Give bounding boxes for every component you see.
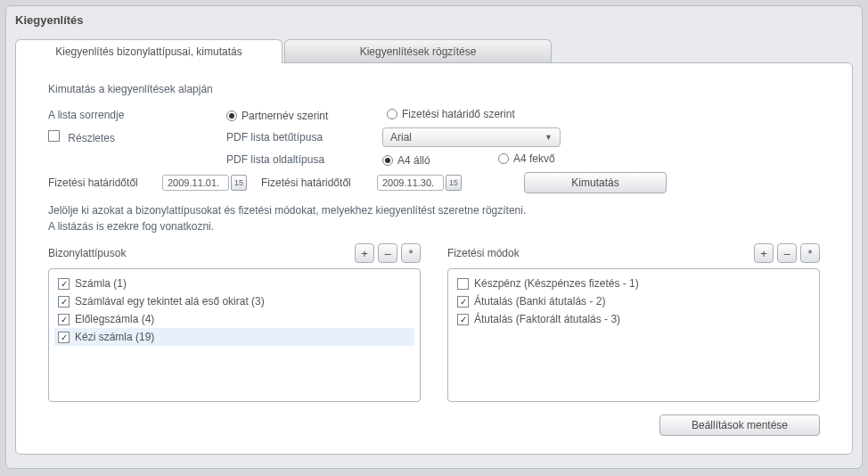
date-to-label: Fizetési határidőtől (261, 176, 377, 189)
checkbox[interactable] (457, 314, 469, 325)
list-item[interactable]: Készpénz (Készpénzes fizetés - 1) (454, 275, 814, 292)
all-button[interactable]: * (800, 243, 820, 263)
radio-icon (387, 109, 397, 119)
date-from-input[interactable]: 2009.11.01. (162, 175, 229, 191)
detailed-label: Részletes (68, 132, 115, 144)
detailed-checkbox[interactable] (48, 130, 60, 142)
radio-label: A4 fekvő (513, 152, 555, 165)
radio-by-partner[interactable]: Partnernév szerint (226, 110, 328, 122)
calendar-icon[interactable]: 15 (446, 175, 462, 191)
report-button[interactable]: Kimutatás (524, 172, 667, 193)
list-item[interactable]: Kézi számla (19) (54, 328, 414, 346)
list-item-label: Készpénz (Készpénzes fizetés - 1) (474, 277, 639, 290)
list-item-label: Számlával egy tekintet alá eső okirat (3… (75, 295, 265, 308)
tab-record[interactable]: Kiegyenlítések rögzítése (284, 39, 552, 63)
font-select-value: Arial (390, 131, 412, 144)
checkbox[interactable] (457, 296, 469, 308)
checkbox[interactable] (457, 278, 469, 290)
radio-by-due[interactable]: Fizetési határidő szerint (387, 108, 515, 120)
font-select[interactable]: Arial ▼ (382, 127, 561, 147)
pdf-font-label: PDF lista betűtípusa (226, 131, 382, 144)
pay-modes-label: Fizetési módok (447, 247, 520, 259)
radio-label: A4 álló (397, 154, 430, 167)
list-item[interactable]: Számlával egy tekintet alá eső okirat (3… (54, 292, 414, 310)
chevron-down-icon: ▼ (545, 133, 553, 142)
tab-body: Kimutatás a kiegyenlítések alapján A lis… (15, 62, 853, 455)
radio-label: Fizetési határidő szerint (402, 108, 515, 120)
radio-a4-landscape[interactable]: A4 fekvő (498, 152, 555, 165)
checkbox[interactable] (58, 314, 70, 325)
list-item-label: Kézi számla (19) (75, 331, 154, 343)
list-item[interactable]: Átutalás (Banki átutalás - 2) (454, 292, 814, 310)
radio-icon (382, 155, 393, 166)
tabs: Kiegyenlítés bizonylattípusai, kimutatás… (6, 39, 862, 63)
list-item-label: Előlegszámla (4) (75, 313, 154, 325)
list-item-label: Átutalás (Banki átutalás - 2) (474, 295, 605, 308)
pdf-page-label: PDF lista oldaltípusa (226, 153, 382, 166)
panel-title: Kiegyenlítés (6, 6, 862, 39)
checkbox[interactable] (58, 278, 70, 290)
list-item-label: Számla (1) (75, 277, 127, 290)
list-item-label: Átutalás (Faktorált átutalás - 3) (474, 313, 620, 325)
hint-line: Jelölje ki azokat a bizonylattípusokat é… (48, 202, 820, 218)
checkbox[interactable] (58, 296, 70, 308)
all-button[interactable]: * (401, 243, 421, 263)
list-item[interactable]: Számla (1) (54, 275, 414, 292)
add-button[interactable]: + (754, 243, 774, 263)
list-item[interactable]: Előlegszámla (4) (54, 310, 414, 328)
calendar-icon[interactable]: 15 (231, 175, 247, 191)
hint-line: A listázás is ezekre fog vonatkozni. (48, 218, 820, 234)
checkbox[interactable] (58, 332, 70, 343)
doc-types-list: Számla (1)Számlával egy tekintet alá eső… (48, 268, 421, 402)
pay-modes-list: Készpénz (Készpénzes fizetés - 1)Átutalá… (447, 268, 820, 402)
subtitle: Kimutatás a kiegyenlítések alapján (48, 83, 820, 95)
save-settings-button[interactable]: Beállítások mentése (659, 414, 820, 436)
radio-a4-portrait[interactable]: A4 álló (382, 154, 430, 167)
date-to-input[interactable]: 2009.11.30. (377, 175, 444, 191)
tab-types[interactable]: Kiegyenlítés bizonylattípusai, kimutatás (15, 39, 283, 63)
remove-button[interactable]: – (378, 243, 397, 263)
list-item[interactable]: Átutalás (Faktorált átutalás - 3) (454, 310, 814, 328)
radio-label: Partnernév szerint (242, 110, 328, 122)
list-order-label: A lista sorrendje (48, 109, 226, 121)
hint-text: Jelölje ki azokat a bizonylattípusokat é… (48, 202, 820, 234)
date-from-label: Fizetési határidőtől (48, 176, 162, 189)
doc-types-label: Bizonylattípusok (48, 247, 126, 259)
radio-icon (226, 111, 237, 121)
add-button[interactable]: + (355, 243, 374, 263)
main-panel: Kiegyenlítés Kiegyenlítés bizonylattípus… (5, 5, 863, 469)
radio-icon (498, 153, 509, 164)
remove-button[interactable]: – (777, 243, 797, 263)
